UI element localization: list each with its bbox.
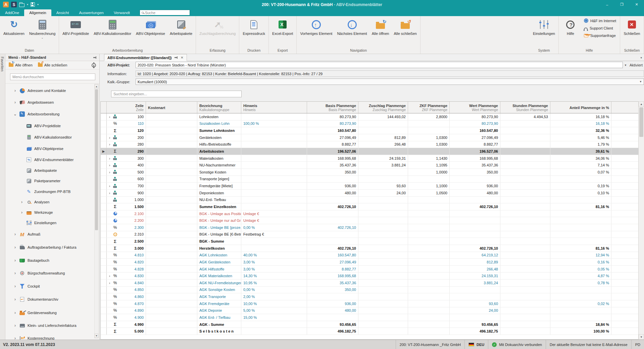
chevron-right-icon[interactable]: ›	[107, 142, 112, 146]
table-row-4.890[interactable]: 4.890AGK Deponie5,00 %480,0024,00	[101, 307, 638, 314]
tab-pin-icon[interactable]	[175, 56, 178, 59]
scroll-down-icon[interactable]: ▼	[95, 334, 98, 338]
table-row-4.900[interactable]: 4.900AGK Erd- / Tiefbau15,00 %	[101, 314, 638, 321]
abv-projektliste-button[interactable]: ABV-Projektliste	[60, 16, 91, 36]
sidebar-item-werkzeuge[interactable]: ›Werkzeuge	[5, 208, 94, 217]
sidebar-item-angebotswesen[interactable]: ›Angebotswesen	[5, 98, 94, 107]
chevron-right-icon[interactable]: ›	[13, 232, 17, 237]
chevron-right-icon[interactable]: ›	[13, 297, 17, 302]
table-row-700[interactable]: ›700Fremdgeräte [Miete]936,0093,601,1000…	[101, 183, 638, 190]
pin-icon[interactable]	[93, 56, 96, 59]
arbeitspakete-button[interactable]: Arbeitspakete	[167, 16, 195, 36]
table-row-3.000[interactable]: 3.000Herstellkosten402.726,10402.726,108…	[101, 245, 638, 252]
chevron-right-icon[interactable]: ›	[107, 115, 112, 119]
table-row-110[interactable]: 110Sozialkosten Lohn100,00 %80.273,9080.…	[101, 120, 638, 128]
expressdruck-button[interactable]: Expressdruck	[240, 16, 267, 36]
column-header-zeile[interactable]: ZeileZeile	[107, 102, 146, 113]
tab-verwandt[interactable]: Verwandt	[109, 9, 135, 16]
sidebar-item-adressen-und-kontakte[interactable]: ›Adressen und Kontakte	[5, 86, 94, 95]
sidebar-item-aufmaß[interactable]: ›Aufmaß	[5, 230, 94, 239]
tab-allgemein[interactable]: Allgemein	[24, 9, 51, 16]
alle-öffnen-button[interactable]: Alle öffnen	[369, 16, 392, 36]
scrollbar-thumb[interactable]	[639, 107, 643, 137]
sidebar-item-abv-kalkulationseditor[interactable]: ABV-Kalkulationseditor	[5, 133, 94, 142]
scroll-up-icon[interactable]: ▲	[639, 101, 644, 107]
hilfe-button[interactable]: Hilfe	[560, 16, 581, 36]
sidebar-item-zuordnungen-pp-btb[interactable]: Zuordnungen PP-BTB	[5, 187, 94, 196]
chevron-right-icon[interactable]: ›	[20, 210, 23, 215]
table-row-2.310[interactable]: 2.310BGK - Umlage BE [€-Betr...Festbetra…	[101, 231, 638, 238]
chevron-right-icon[interactable]: ›	[107, 156, 112, 160]
tab-addone[interactable]: AddOne	[0, 9, 24, 16]
table-row-500[interactable]: ›500Sonstige Kosten350,001,0000350,000,0…	[101, 169, 638, 176]
kalk-gruppe-combobox[interactable]: Kumuliert (10000) ▼	[136, 79, 644, 85]
table-search-input[interactable]: Suchtext eingeben...	[111, 91, 242, 97]
vorheriges-element-button[interactable]: Vorheriges Element	[298, 16, 335, 36]
chevron-right-icon[interactable]: ›	[107, 136, 112, 140]
column-header-hinweis[interactable]: HinweisHinweis	[241, 102, 307, 113]
open-all-button[interactable]: Alle öffnen	[9, 63, 36, 67]
favorites-strip[interactable]: Favoriten	[0, 54, 5, 340]
project-combobox[interactable]: 2020-020: Preussen Stadion - Nord Tribün…	[136, 62, 623, 68]
table-row-600[interactable]: 600Transporte [eigen]	[101, 176, 638, 183]
tab-close-icon[interactable]: ✕	[181, 56, 183, 59]
sidebar-item-bautagebuch[interactable]: ›Bautagebuch	[5, 256, 94, 265]
table-row-4.850[interactable]: 4.850AGK Sonstige Kosten0,00 %350,00	[101, 287, 638, 294]
chevron-right-icon[interactable]: ›	[20, 200, 23, 204]
chevron-right-icon[interactable]: ›	[107, 274, 112, 278]
table-row-900[interactable]: ›900Deponiekosten480,0024,001,0500480,00…	[101, 190, 638, 197]
table-row-4.810[interactable]: 4.810AGK Lohnkosten40,00 %160.547,8064.2…	[101, 252, 638, 259]
h-f-im-internet-link[interactable]: H&F im Internet	[584, 17, 616, 24]
schlie-en-button[interactable]: Schließen	[621, 16, 643, 36]
maximize-button[interactable]: ❐	[614, 0, 629, 9]
chevron-down-icon[interactable]: ▼	[624, 64, 627, 67]
sidebar-item-klein-und-lieferscheinfaktura[interactable]: ›Klein- und Lieferscheinfaktura	[5, 321, 94, 330]
sidebar-item-dokumentenarchiv[interactable]: ›Dokumentenarchiv	[5, 295, 94, 304]
chevron-right-icon[interactable]: ›	[107, 184, 112, 188]
sidebar-item-cockpit[interactable]: ›Cockpit	[5, 282, 94, 291]
table-row-4.990[interactable]: 4.990AGK - Summe93.456,6593.456,6518,84 …	[101, 321, 638, 328]
chevron-right-icon[interactable]: ›	[13, 271, 17, 276]
chevron-right-icon[interactable]: ›	[13, 258, 17, 263]
table-row-100[interactable]: ›100Lohnkosten80.273,90144.493,022,80008…	[101, 113, 638, 120]
table-row-4.820[interactable]: 4.820AGK Gerätekosten3,00 %27.096,49812,…	[101, 259, 638, 266]
tab-ansicht[interactable]: Ansicht	[51, 9, 74, 16]
nächstes-element-button[interactable]: Nächstes Element	[335, 16, 369, 36]
abv-objektpreise-button[interactable]: ABV-Objektpreise	[134, 16, 167, 36]
chevron-right-icon[interactable]: ›	[107, 170, 112, 174]
column-header-basis-planmenge[interactable]: Basis PlanmengeBasis Planmenge	[307, 102, 358, 113]
sidebar-item-geräteverwaltung[interactable]: ›Geräteverwaltung	[5, 308, 94, 317]
gear-icon[interactable]	[92, 63, 96, 67]
table-row-4.828[interactable]: 4.828AGK Hilfsstoffe3,00 %8.882,77266,48…	[101, 266, 638, 273]
neuberechnung-button[interactable]: Neuberechnung⌄	[27, 16, 58, 39]
open-folder-icon[interactable]	[19, 3, 24, 7]
chevron-right-icon[interactable]: ›	[13, 323, 17, 328]
column-header-empty[interactable]	[611, 102, 639, 113]
table-row-400[interactable]: ›400NU-Nachunternehmer35.437,363.881,241…	[101, 162, 638, 169]
menu-search-input[interactable]: Menü durchsuchen	[10, 73, 95, 80]
minimize-button[interactable]: –	[600, 0, 614, 9]
sidebar-item-abv-objektpreise[interactable]: ABV-Objektpreise	[5, 144, 94, 153]
column-header-kostenart[interactable]: Kostenart	[146, 102, 197, 113]
sidebar-item-kostenrechnung[interactable]: ›Kostenrechnung	[5, 334, 94, 340]
chevron-right-icon[interactable]: ›	[13, 245, 17, 250]
table-scrollbar[interactable]: ▲ ▼	[638, 101, 644, 340]
scrollbar-thumb[interactable]	[95, 89, 98, 230]
einstellungen-button[interactable]: Einstellungen	[531, 16, 557, 36]
table-row-300[interactable]: ›300Materialkosten168.995,6824.159,311,1…	[101, 155, 638, 162]
table-row-5.000[interactable]: 5.000S e l b s t k o s t e n496.182,7549…	[101, 328, 638, 335]
table-row-120[interactable]: 120Summe Lohnkosten160.547,80160.547,803…	[101, 127, 638, 134]
table-row-1.500[interactable]: 1.500Summe Einzelkosten402.726,10402.726…	[101, 203, 638, 210]
s-logo-icon[interactable]: S	[11, 2, 17, 7]
column-header-zuschlag-planmenge[interactable]: Zuschlag PlanmengeZuschlag Planmenge	[358, 102, 408, 113]
table-row-2.100[interactable]: 2.100BGK - Umlage aus PositionUmlage €	[101, 210, 638, 217]
folder-dropdown-caret-icon[interactable]: ▾	[27, 3, 28, 6]
chevron-right-icon[interactable]: ›	[13, 88, 17, 93]
sidebar-item-paketparameter[interactable]: Paketparameter	[5, 176, 94, 186]
table-row-290[interactable]: ▶290Arbeitskosten196.527,06196.527,0639,…	[101, 148, 638, 155]
document-tab[interactable]: ABV-Endsummenblätter ([Standard]) ✕	[104, 54, 187, 61]
chevron-right-icon[interactable]: ›	[13, 284, 17, 289]
tab-auswertungen[interactable]: Auswertungen	[74, 9, 109, 16]
toolbar-overflow-caret-icon[interactable]: ▾	[640, 56, 642, 59]
sidebar-item-einstellungen[interactable]: Einstellungen	[5, 218, 94, 228]
